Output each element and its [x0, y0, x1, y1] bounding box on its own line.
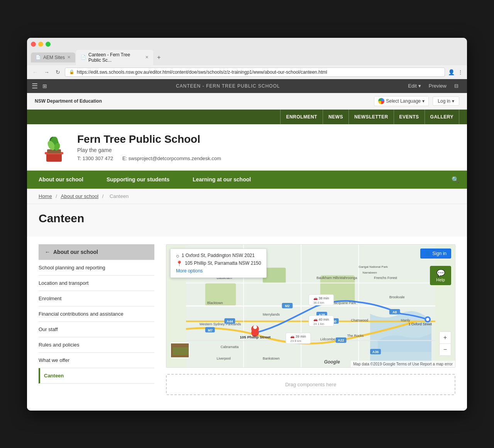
breadcrumb-sep-2: / — [102, 193, 105, 199]
nav-events[interactable]: EVENTS — [394, 110, 425, 124]
help-label: Help — [434, 277, 447, 282]
school-name: Fern Tree Public School — [77, 133, 229, 145]
map-destination: 📍 105 Phillip St, Parramatta NSW 2150 — [176, 260, 261, 267]
sidebar-item-planning[interactable]: School planning and reporting — [39, 260, 154, 276]
svg-text:A44: A44 — [227, 319, 233, 323]
cms-edit-label: Edit — [408, 83, 416, 89]
breadcrumb-home[interactable]: Home — [39, 193, 52, 199]
cms-extra-button[interactable]: ⊟ — [450, 79, 462, 93]
url-text: https://edit.sws.schools.nsw.gov.au/edit… — [77, 69, 327, 75]
sidebar-item-staff[interactable]: Our staff — [39, 322, 154, 337]
cms-preview-button[interactable]: Preview — [425, 79, 450, 93]
school-tagline: Play the game — [77, 147, 229, 153]
sidebar-item-enrolment[interactable]: Enrolment — [39, 291, 154, 306]
address-bar[interactable]: 🔒 https://edit.sws.schools.nsw.gov.au/ed… — [65, 68, 445, 77]
page-title-area: Canteen — [27, 204, 467, 237]
tab-close-icon[interactable]: ✕ — [67, 55, 71, 60]
cms-extra-icon: ⊟ — [454, 83, 458, 89]
back-button[interactable]: ← — [31, 68, 39, 76]
svg-text:🚗 38 min: 🚗 38 min — [313, 296, 329, 301]
cms-edit-chevron: ▾ — [418, 83, 421, 89]
dept-right: Select Language ▾ Log in ▾ — [374, 96, 459, 106]
svg-text:Bankstown: Bankstown — [263, 357, 280, 360]
sidebar-item-offers[interactable]: What we offer — [39, 353, 154, 368]
tab-aem-sites[interactable]: 📄 AEM Sites ✕ — [31, 52, 75, 63]
svg-rect-72 — [173, 347, 188, 355]
content-area: ← About our school School planning and r… — [27, 237, 467, 411]
top-nav: ENROLMENT NEWS NEWSLETTER EVENTS GALLERY — [27, 110, 467, 124]
login-chevron: ▾ — [452, 98, 454, 104]
sidebar-back-button[interactable]: ← About our school — [39, 244, 154, 260]
nav-enrolment[interactable]: ENROLMENT — [280, 110, 323, 124]
svg-text:The Rocks: The Rocks — [347, 333, 364, 337]
cms-toolbar: ☰ ⊞ CANTEEN - FERN TREE PUBLIC SCHOOL Ed… — [27, 79, 467, 93]
minimize-button[interactable] — [38, 42, 43, 47]
browser-chrome: 📄 AEM Sites ✕ 📄 Canteen - Fern Tree Publ… — [27, 38, 467, 65]
svg-text:Macquarie Park: Macquarie Park — [332, 301, 356, 305]
nav-gallery[interactable]: GALLERY — [425, 110, 459, 124]
drag-drop-area[interactable]: Drag components here — [166, 374, 455, 395]
svg-text:A8: A8 — [392, 310, 397, 314]
svg-text:Blacktown: Blacktown — [207, 301, 223, 305]
translate-chevron: ▾ — [422, 98, 425, 104]
nav-newsletter[interactable]: NEWSLETTER — [349, 110, 394, 124]
close-button[interactable] — [31, 42, 36, 47]
main-nav-learning[interactable]: Learning at our school — [181, 171, 262, 188]
map-help-button[interactable]: 💬 Help — [430, 266, 451, 285]
tab-close-icon-2[interactable]: ✕ — [145, 55, 149, 60]
reload-button[interactable]: ↻ — [54, 68, 62, 76]
svg-text:Brookvale: Brookvale — [389, 295, 405, 299]
main-nav-about[interactable]: About our school — [27, 171, 95, 188]
origin-marker-icon: ○ — [176, 253, 179, 259]
sidebar-item-financial[interactable]: Financial contributions and assistance — [39, 306, 154, 322]
tab-canteen[interactable]: 📄 Canteen - Fern Tree Public Sc... ✕ — [76, 50, 153, 65]
login-label: Log in — [438, 98, 450, 104]
cms-settings-icon[interactable]: ⊞ — [42, 83, 47, 89]
nav-news[interactable]: NEWS — [323, 110, 349, 124]
school-phone: T: 1300 307 472 — [77, 156, 113, 161]
svg-text:Garigal National Park: Garigal National Park — [359, 265, 387, 268]
sidebar-item-canteen[interactable]: Canteen — [39, 368, 154, 384]
svg-text:A22: A22 — [338, 338, 344, 342]
cms-edit-button[interactable]: Edit ▾ — [404, 79, 425, 93]
cms-menu-icon[interactable]: ☰ — [32, 82, 38, 90]
more-options-link[interactable]: More options — [176, 268, 261, 274]
search-button[interactable]: 🔍 — [444, 171, 467, 189]
main-nav: About our school Supporting our students… — [27, 171, 467, 189]
map-wrapper: 105 Phillip Street 1 Oxford Street Black… — [166, 244, 455, 368]
profile-icon[interactable]: 👤 — [448, 69, 455, 75]
svg-text:1 Oxford Street: 1 Oxford Street — [408, 322, 432, 326]
svg-rect-0 — [46, 153, 62, 162]
svg-text:24.1 km: 24.1 km — [313, 322, 325, 325]
tab-label-active: Canteen - Fern Tree Public Sc... — [88, 52, 143, 63]
origin-text: 1 Oxford St, Paddington NSW 2021 — [181, 253, 254, 258]
more-options-icon[interactable]: ⋮ — [458, 69, 463, 75]
map-attribution: Map data ©2019 Google Terms of Use Repor… — [351, 361, 455, 367]
new-tab-button[interactable]: + — [154, 52, 164, 63]
school-logo — [39, 132, 69, 163]
traffic-lights — [31, 42, 463, 47]
school-email: E: swsproject@detcorpcomms.zendesk.com — [122, 156, 221, 161]
login-button[interactable]: Log in ▾ — [433, 96, 459, 106]
svg-text:Narrabeen: Narrabeen — [362, 270, 377, 274]
zoom-in-button[interactable]: + — [440, 332, 451, 344]
maximize-button[interactable] — [46, 42, 51, 47]
forward-button[interactable]: → — [42, 68, 51, 76]
breadcrumb-current: Canteen — [110, 193, 129, 199]
translate-button[interactable]: Select Language ▾ — [374, 96, 429, 106]
sidebar-item-location[interactable]: Location and transport — [39, 276, 154, 291]
svg-text:Lidcombe: Lidcombe — [320, 337, 335, 341]
main-nav-supporting[interactable]: Supporting our students — [95, 171, 181, 188]
zoom-out-button[interactable]: − — [440, 344, 451, 355]
breadcrumb-about[interactable]: About our school — [61, 193, 99, 199]
svg-text:Merrylands: Merrylands — [263, 312, 280, 316]
dept-bar: NSW Department of Education Select Langu… — [27, 93, 467, 110]
page-title: Canteen — [39, 212, 455, 225]
sidebar-item-rules[interactable]: Rules and policies — [39, 337, 154, 353]
svg-text:Cabramatta: Cabramatta — [220, 345, 239, 349]
tab-label: AEM Sites — [43, 55, 65, 60]
dest-text: 105 Phillip St, Parramatta NSW 2150 — [185, 260, 261, 266]
breadcrumb-sep-1: / — [56, 193, 58, 199]
map-signin-button[interactable]: 👤 Sign in — [420, 249, 451, 259]
school-contact: T: 1300 307 472 E: swsproject@detcorpcom… — [77, 156, 229, 161]
